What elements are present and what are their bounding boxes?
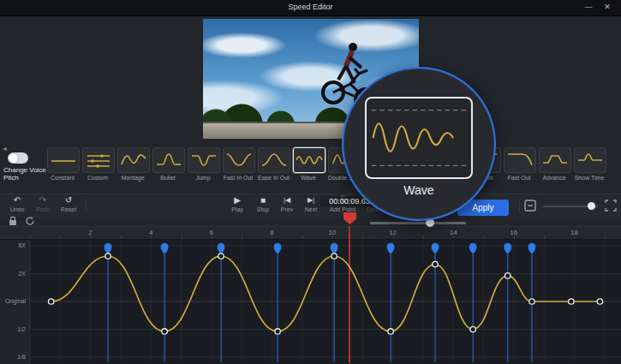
ruler-tick [423,236,424,239]
curve-graph[interactable] [0,240,621,364]
preset-label: Jump [188,175,218,181]
preset-advance[interactable]: Advance [539,147,571,181]
curve-reset-icon[interactable] [24,216,36,226]
ruler-tick [151,236,152,239]
lock-icon[interactable] [7,216,19,226]
timeline-ruler[interactable]: 24681012141618 [0,226,621,240]
preset-label: Bullet [152,175,183,181]
preset-label: Show Time [574,175,605,181]
preset-ease_in_out[interactable]: Ease In Out [258,147,290,181]
ruler-tick [544,236,545,239]
voice-pitch-label: Change Voice Pitch [3,166,53,182]
speed-axis-label: 8X [18,242,26,248]
preset-label: Constant [47,175,78,181]
preset-thumbnail [82,147,115,173]
speed-axis-label: Original [5,298,26,304]
toolbar-divider [519,199,520,212]
preset-wave[interactable]: Wave [293,147,325,181]
preset-thumbnail [539,147,571,173]
ruler-tick [484,236,485,239]
preset-label: Fast Out [504,175,534,181]
reset-button[interactable]: ↺ Reset [53,195,84,212]
preset-label: Custom [82,175,113,181]
preview-progress-slider[interactable] [370,222,466,224]
preset-thumbnail [223,147,255,173]
preset-show_time[interactable]: Show Time [574,147,606,181]
magnifier-circle: Wave [342,67,496,221]
magnified-wave-thumbnail [365,97,473,179]
preset-label: Montage [117,175,148,181]
ruler-tick [91,236,92,239]
playhead-handle[interactable] [343,212,356,224]
ruler-tick [302,236,303,239]
preset-label: Ease In Out [258,175,289,181]
preset-fast_in_out[interactable]: Fast In Out [223,147,255,181]
ruler-tick [332,236,333,239]
preset-thumbnail [504,147,536,173]
speed-axis-label: 1/2 [17,326,26,332]
preset-constant[interactable]: Constant [47,147,80,181]
ruler-tick [212,236,212,239]
preset-thumbnail [574,147,606,173]
preset-thumbnail [152,147,185,173]
speed-axis-label: 1/8 [17,354,26,360]
ruler-tick [362,236,363,239]
speed-editor-window: Speed Editor — ✕ ◄ Change Voice Pitch Co… [0,0,621,364]
speed-axis-gutter: 8X2XOriginal1/21/8 [0,240,30,364]
ruler-tick [453,236,454,239]
zoom-out-icon[interactable] [524,200,536,212]
preset-montage[interactable]: Montage [117,147,150,181]
preset-custom[interactable]: Custom [82,147,115,181]
magnified-preset-label: Wave [343,183,494,197]
preset-thumbnail [258,147,290,173]
close-icon[interactable]: ✕ [600,3,614,11]
ruler-tick [514,236,515,239]
ruler-tick [272,236,272,239]
preset-label: Wave [293,175,324,181]
preset-thumbnail [117,147,150,173]
toggle-knob-icon [9,153,18,163]
ruler-tick [30,236,31,239]
ruler-tick [182,236,182,239]
ruler-tick [393,236,394,239]
preset-thumbnail [188,147,220,173]
ruler-tick [574,236,575,239]
toolbar-divider [86,199,87,212]
reset-icon: ↺ [53,195,84,206]
ruler-tick [605,236,606,239]
ruler-tick [121,236,122,239]
collapse-arrow-icon[interactable]: ◄ [2,146,8,152]
preset-thumbnail [293,147,325,173]
voice-pitch-toggle[interactable] [8,152,28,164]
window-title: Speed Editor [0,3,621,11]
timeline-zoom-knob[interactable] [588,202,595,210]
ruler-tick [242,236,242,239]
preset-label: Advance [539,175,570,181]
magnified-wave-curve [367,98,471,177]
fit-size-icon[interactable] [605,200,617,212]
title-bar: Speed Editor — ✕ [0,0,621,16]
minimize-icon[interactable]: — [582,3,595,11]
preset-jump[interactable]: Jump [188,147,220,181]
preset-thumbnail [47,147,80,173]
preset-fast_out[interactable]: Fast Out [504,147,536,181]
ruler-tick [60,236,61,239]
speed-axis-label: 2X [18,271,26,277]
preset-label: Fast In Out [223,175,254,181]
preset-bullet[interactable]: Bullet [152,147,185,181]
